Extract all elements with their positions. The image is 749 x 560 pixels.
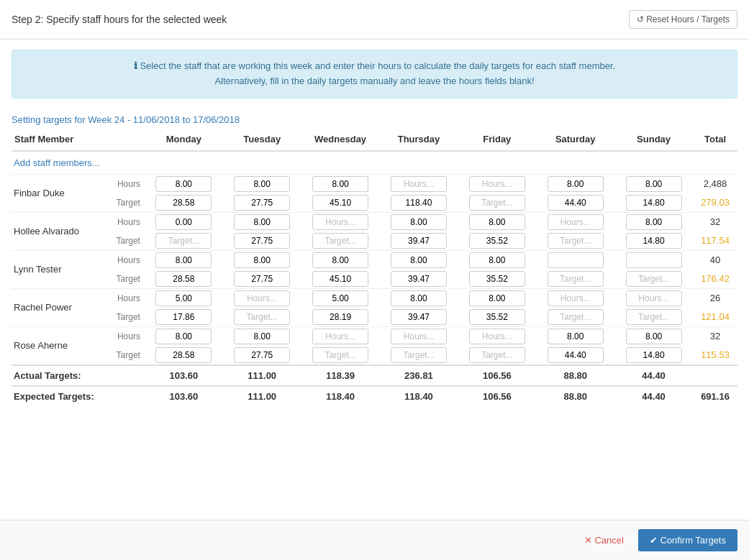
hours-input[interactable] (155, 252, 212, 268)
target-input[interactable] (312, 233, 368, 249)
target-input[interactable] (234, 309, 290, 325)
staff-name-cell: Lynn Tester (12, 250, 105, 288)
target-input[interactable] (391, 309, 447, 325)
target-input[interactable] (391, 347, 447, 363)
staff-name-cell: Rose Aherne (12, 326, 105, 365)
total-target-cell: 176.42 (693, 270, 737, 289)
total-hours-cell: 32 (693, 212, 737, 231)
target-input[interactable] (548, 271, 604, 287)
expected-targets-total: 691.16 (693, 386, 737, 406)
target-input[interactable] (548, 347, 604, 363)
target-input[interactable] (391, 271, 447, 287)
hours-input[interactable] (626, 176, 682, 192)
target-input[interactable] (469, 347, 525, 363)
table-row: Rachel PowerHours26 (12, 288, 737, 308)
hours-input[interactable] (234, 214, 290, 230)
hours-input[interactable] (469, 252, 525, 268)
table-row: Rose AherneHours32 (12, 326, 737, 346)
target-input[interactable] (626, 347, 682, 363)
target-input[interactable] (548, 195, 604, 211)
hours-input[interactable] (234, 252, 290, 268)
target-input[interactable] (155, 271, 212, 287)
hours-input[interactable] (155, 329, 212, 344)
hours-input[interactable] (155, 290, 212, 306)
col-sunday: Sunday (614, 128, 693, 151)
hours-input[interactable] (548, 176, 604, 192)
hours-input[interactable] (469, 214, 525, 230)
target-input[interactable] (312, 309, 368, 325)
hours-input[interactable] (626, 329, 682, 344)
hours-label: Hours (105, 326, 145, 346)
target-label: Target (105, 308, 145, 327)
actual-target-value: 103.60 (145, 365, 223, 386)
target-input[interactable] (312, 271, 368, 287)
table-row: Target117.54 (12, 231, 737, 251)
target-input[interactable] (548, 309, 604, 325)
hours-input[interactable] (469, 290, 525, 306)
target-input[interactable] (469, 309, 525, 325)
hours-input[interactable] (391, 252, 447, 268)
target-input[interactable] (469, 233, 525, 249)
target-input[interactable] (234, 347, 290, 363)
target-input[interactable] (469, 195, 525, 211)
total-target-cell: 121.04 (693, 308, 737, 327)
staff-name-cell: Hollee Alvarado (12, 212, 105, 250)
target-input[interactable] (548, 233, 604, 249)
table-row: Target121.04 (12, 308, 737, 327)
target-input[interactable] (391, 233, 447, 249)
target-input[interactable] (391, 195, 447, 211)
expected-target-value: 88.80 (536, 386, 614, 406)
hours-input[interactable] (312, 176, 368, 192)
hours-input[interactable] (234, 329, 290, 344)
hours-input[interactable] (626, 252, 682, 268)
confirm-targets-button[interactable]: ✔ Confirm Targets (638, 529, 737, 551)
hours-input[interactable] (391, 290, 447, 306)
cancel-button[interactable]: ✕ Cancel (577, 531, 631, 550)
hours-input[interactable] (469, 176, 525, 192)
hours-input[interactable] (234, 176, 290, 192)
hours-label: Hours (105, 174, 145, 193)
hours-input[interactable] (312, 329, 368, 344)
info-line1: Select the staff that are working this w… (140, 60, 615, 71)
hours-input[interactable] (312, 252, 368, 268)
hours-input[interactable] (548, 290, 604, 306)
hours-input[interactable] (312, 290, 368, 306)
target-input[interactable] (155, 347, 212, 363)
target-input[interactable] (312, 347, 368, 363)
hours-input[interactable] (312, 214, 368, 230)
hours-input[interactable] (391, 176, 447, 192)
col-saturday: Saturday (536, 128, 614, 151)
hours-input[interactable] (548, 252, 604, 268)
hours-input[interactable] (391, 214, 447, 230)
target-input[interactable] (234, 195, 290, 211)
hours-input[interactable] (469, 329, 525, 344)
target-input[interactable] (155, 195, 212, 211)
expected-target-value: 118.40 (380, 386, 458, 406)
hours-input[interactable] (234, 290, 290, 306)
col-monday: Monday (145, 128, 223, 151)
col-thursday: Thursday (380, 128, 458, 151)
target-input[interactable] (234, 233, 290, 249)
add-staff-link[interactable]: Add staff members... (14, 153, 735, 173)
target-input[interactable] (312, 195, 368, 211)
expected-target-value: 103.60 (145, 386, 223, 406)
hours-input[interactable] (391, 329, 447, 344)
hours-input[interactable] (548, 214, 604, 230)
hours-input[interactable] (155, 214, 212, 230)
hours-input[interactable] (626, 290, 682, 306)
target-input[interactable] (155, 233, 212, 249)
page-title: Step 2: Specify staff hours for the sele… (12, 14, 227, 25)
hours-input[interactable] (548, 329, 604, 344)
target-input[interactable] (155, 309, 212, 325)
target-input[interactable] (626, 309, 682, 325)
target-input[interactable] (626, 195, 682, 211)
target-input[interactable] (469, 271, 525, 287)
target-input[interactable] (234, 271, 290, 287)
hours-input[interactable] (155, 176, 212, 192)
table-row: Target279.03 (12, 193, 737, 213)
hours-input[interactable] (626, 214, 682, 230)
reset-button[interactable]: ↺ Reset Hours / Targets (629, 10, 737, 29)
target-input[interactable] (626, 233, 682, 249)
target-input[interactable] (626, 271, 682, 287)
total-target-cell: 279.03 (693, 193, 737, 213)
